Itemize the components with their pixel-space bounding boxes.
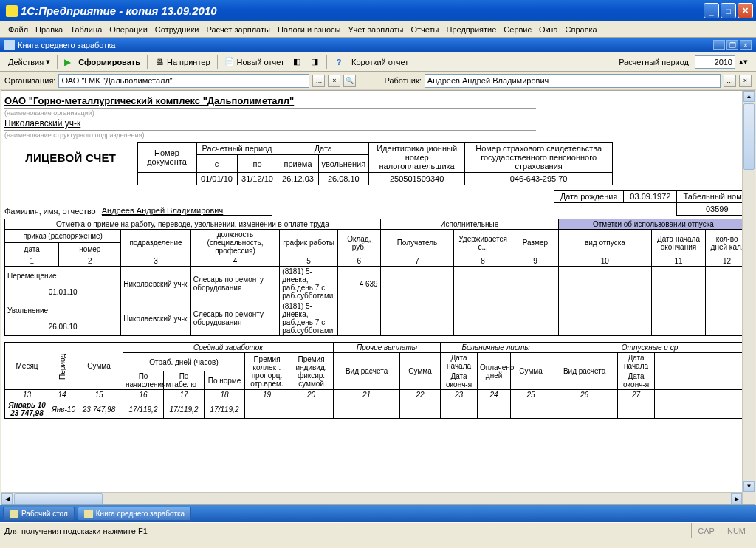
worker-value: Андреев Андрей Владимирович	[427, 76, 718, 85]
window-titlebar: 1С:Предприятие - копия 13.09.2010 _ □ ✕	[0, 0, 756, 21]
vertical-scrollbar[interactable]: ▲ ▼	[742, 91, 755, 504]
desktop-icon	[10, 510, 18, 518]
subwin-min-button[interactable]: _	[713, 40, 725, 50]
scroll-right-icon: ▶	[731, 493, 742, 504]
new-report-button[interactable]: 📄Новый отчет	[221, 55, 288, 69]
menu-salary-acct[interactable]: Учет зарплаты	[344, 25, 407, 34]
subwindow-titlebar: Книга среднего заработка _ ❐ ×	[0, 38, 756, 52]
filter-bar: Организация: ОАО "ГМК "Дальполиметалл" ……	[0, 72, 756, 90]
org-title: ОАО "Горно-металлургический комплекс "Да…	[4, 94, 755, 108]
org-hint: (наименование организации)	[4, 108, 536, 117]
fio-value: Андреев Андрей Владимирович	[102, 206, 272, 216]
statusbar: Для получения подсказки нажмите F1 CAP N…	[0, 522, 756, 538]
vacation-section-header[interactable]: Отметки об использовании отпуска	[558, 219, 748, 230]
menu-file[interactable]: Файл	[4, 25, 32, 34]
actions-dropdown[interactable]: Действия ▾	[4, 55, 54, 68]
period-stepper[interactable]: ▴▾	[735, 55, 752, 68]
new-report-icon: 📄	[224, 57, 235, 67]
form-button[interactable]: Сформировать	[75, 56, 144, 68]
account-title: ЛИЦЕВОЙ СЧЕТ	[25, 151, 116, 164]
help-icon: ?	[334, 57, 344, 67]
report-toolbar: Действия ▾ ▶ Сформировать 🖶На принтер 📄Н…	[0, 52, 756, 72]
fio-label: Фамилия, имя, отчество	[4, 207, 96, 216]
report-icon	[4, 40, 15, 50]
tool-icon1[interactable]: ◧	[288, 55, 306, 69]
scroll-thumb	[743, 103, 755, 170]
window-title: 1С:Предприятие - копия 13.09.2010	[21, 4, 704, 17]
menu-salary[interactable]: Расчет зарплаты	[202, 25, 274, 34]
org-lookup-button[interactable]: 🔍	[343, 75, 356, 87]
menu-taxes[interactable]: Налоги и взносы	[274, 25, 345, 34]
menu-table[interactable]: Таблица	[66, 25, 106, 34]
menu-employees[interactable]: Сотрудники	[151, 25, 203, 34]
app-icon	[6, 5, 18, 17]
printer-icon: 🖶	[154, 57, 165, 67]
main-grid[interactable]: Отметка о приеме на работу, переводе, ув…	[4, 219, 749, 336]
scroll-thumb-h	[14, 493, 103, 504]
dept-title: Николаевский уч-к	[4, 117, 755, 130]
scroll-down-icon: ▼	[743, 481, 755, 492]
maximize-button[interactable]: □	[721, 3, 736, 18]
report-task-icon	[84, 510, 93, 518]
status-cap: CAP	[691, 523, 721, 538]
menu-operations[interactable]: Операции	[106, 25, 151, 34]
help-button[interactable]: ?	[330, 55, 348, 69]
minimize-button[interactable]: _	[704, 3, 719, 18]
period-label: Расчетный период:	[615, 56, 695, 68]
short-report-button[interactable]: Короткий отчет	[348, 56, 412, 68]
worker-select-button[interactable]: …	[724, 75, 736, 87]
org-field[interactable]: ОАО "ГМК "Дальполиметалл"	[58, 74, 309, 88]
menu-service[interactable]: Сервис	[500, 25, 535, 34]
table-row[interactable]: Увольнение26.08.10 Николаевский уч-к Сле…	[5, 301, 749, 336]
run-icon[interactable]: ▶	[61, 55, 75, 69]
org-label: Организация:	[4, 76, 55, 85]
org-value: ОАО "ГМК "Дальполиметалл"	[61, 76, 306, 85]
tool-icon2[interactable]: ◨	[306, 55, 323, 69]
subwin-close-button[interactable]: ×	[740, 40, 752, 50]
period-input[interactable]	[695, 55, 735, 69]
table-row[interactable]: Январь 1023 747,98 Янв-10 23 747,98 17/1…	[5, 400, 749, 419]
org-select-button[interactable]: …	[312, 75, 325, 87]
table-row[interactable]: Перемещение01.01.10 Николаевский уч-к Сл…	[5, 267, 749, 301]
birth-table: Дата рождения 03.09.1972 Табельный номер…	[554, 190, 755, 216]
subwindow-title: Книга среднего заработка	[18, 41, 712, 49]
worker-label: Работник:	[384, 76, 421, 85]
org-clear-button[interactable]: ×	[328, 75, 340, 87]
subwin-restore-button[interactable]: ❐	[726, 40, 738, 50]
status-num: NUM	[721, 523, 752, 538]
window-taskbar: Рабочий стол Книга среднего заработка	[0, 505, 756, 522]
summary-grid[interactable]: Месяц Период Сумма Средний заработок Про…	[4, 342, 749, 419]
menu-reports[interactable]: Отчеты	[408, 25, 443, 34]
document-area: ОАО "Горно-металлургический комплекс "Да…	[1, 90, 755, 505]
task-desktop[interactable]: Рабочий стол	[3, 507, 75, 521]
header-table: ЛИЦЕВОЙ СЧЕТ Номер документа Расчетный п…	[4, 142, 613, 185]
worker-field[interactable]: Андреев Андрей Владимирович	[425, 74, 721, 88]
menu-enterprise[interactable]: Предприятие	[443, 25, 501, 34]
main-menu[interactable]: Файл Правка Таблица Операции Сотрудники …	[0, 21, 756, 38]
scroll-left-icon: ◀	[1, 493, 13, 504]
status-text: Для получения подсказки нажмите F1	[4, 527, 691, 535]
worker-clear-button[interactable]: ×	[739, 75, 752, 87]
dept-hint: (наименование структурного подразделения…	[4, 130, 536, 139]
menu-edit[interactable]: Правка	[32, 25, 66, 34]
horizontal-scrollbar[interactable]: ◀ ▶	[1, 492, 742, 504]
print-button[interactable]: 🖶На принтер	[151, 55, 214, 69]
menu-windows[interactable]: Окна	[535, 25, 562, 34]
close-button[interactable]: ✕	[738, 3, 753, 18]
menu-help[interactable]: Справка	[562, 25, 601, 34]
scroll-up-icon: ▲	[743, 91, 755, 102]
task-report[interactable]: Книга среднего заработка	[78, 507, 191, 521]
